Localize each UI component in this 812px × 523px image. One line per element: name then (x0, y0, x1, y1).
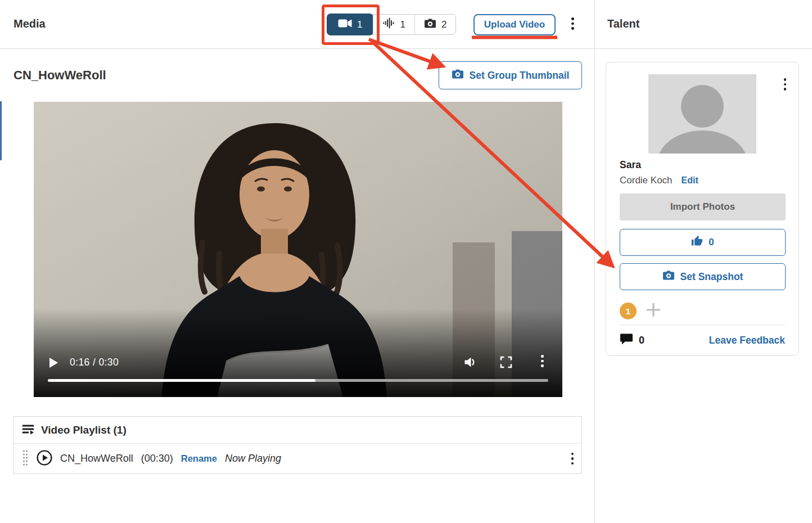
annotation-arrow-thumbnail (369, 39, 442, 66)
media-review-app: Media 1 1 (0, 0, 812, 523)
plus-icon[interactable] (644, 301, 662, 321)
snapshot-count-badge[interactable]: 1 (620, 303, 637, 319)
upload-video-button[interactable]: Upload Video (473, 14, 556, 35)
avatar-placeholder (648, 74, 756, 154)
fullscreen-icon[interactable] (500, 356, 512, 371)
card-divider (620, 324, 785, 325)
toggle-count: 2 (441, 19, 446, 30)
playlist-item-duration: (00:30) (141, 453, 173, 465)
toggle-photos[interactable]: 2 (414, 15, 455, 34)
page-title: Media (13, 17, 46, 30)
set-group-thumbnail-button[interactable]: Set Group Thumbnail (439, 61, 582, 89)
set-group-thumbnail-label: Set Group Thumbnail (470, 70, 570, 82)
now-playing-status: Now Playing (225, 453, 281, 465)
playlist-item-row[interactable]: CN_HowWeRoll (00:30) Rename Now Playing (14, 444, 581, 474)
talent-panel-title: Talent (607, 17, 639, 30)
playlist-item-name: CN_HowWeRoll (60, 453, 133, 465)
video-playlist: Video Playlist (1) CN_HowWeRoll (00: (13, 416, 582, 474)
playlist-item-kebab-menu-icon[interactable] (571, 453, 574, 465)
media-type-toggle: 1 1 2 (327, 14, 456, 35)
set-snapshot-button[interactable]: Set Snapshot (620, 263, 786, 290)
comment-count: 0 (639, 335, 644, 346)
progress-bar[interactable] (48, 379, 548, 382)
thumbs-up-icon (691, 235, 703, 250)
rename-link[interactable]: Rename (181, 453, 217, 464)
camera-icon (452, 69, 464, 82)
panel-divider (594, 0, 595, 523)
comment-icon (620, 333, 633, 348)
group-title: CN_HowWeRoll (13, 68, 106, 83)
playlist-title: Video Playlist (1) (41, 424, 127, 436)
time-display: 0:16 / 0:30 (70, 357, 119, 368)
player-kebab-menu-icon[interactable] (541, 355, 544, 367)
audio-waveform-icon (382, 17, 395, 32)
talent-kebab-menu-icon[interactable] (784, 78, 787, 91)
import-photos-button[interactable]: Import Photos (620, 193, 786, 220)
talent-person: Cordie Koch (620, 175, 673, 186)
like-button[interactable]: 0 (620, 229, 786, 256)
playlist-header: Video Playlist (1) (14, 417, 581, 444)
drag-handle[interactable] (22, 449, 29, 469)
toggle-count: 1 (357, 19, 362, 30)
play-button[interactable] (49, 358, 58, 368)
camera-icon (662, 270, 675, 283)
toggle-audio[interactable]: 1 (373, 15, 414, 34)
video-player[interactable]: 0:16 / 0:30 (34, 102, 562, 397)
video-frame (34, 102, 562, 397)
like-count: 0 (709, 237, 714, 248)
header-divider (0, 48, 812, 49)
set-snapshot-label: Set Snapshot (680, 271, 743, 283)
toggle-count: 1 (400, 19, 405, 30)
volume-icon[interactable] (463, 355, 477, 372)
progress-played (48, 379, 315, 382)
scroll-indicator (0, 101, 2, 160)
toggle-videos[interactable]: 1 (327, 13, 373, 35)
video-camera-icon (338, 19, 352, 31)
photo-camera-icon (424, 18, 436, 31)
play-circle-icon[interactable] (37, 450, 52, 468)
media-kebab-menu-icon[interactable] (571, 17, 574, 30)
leave-feedback-link[interactable]: Leave Feedback (709, 335, 785, 346)
talent-card: Sara Cordie Koch Edit Import Photos 0 Se… (606, 62, 799, 356)
edit-link[interactable]: Edit (682, 175, 698, 186)
playlist-icon (21, 422, 35, 439)
talent-name: Sara (620, 159, 641, 171)
